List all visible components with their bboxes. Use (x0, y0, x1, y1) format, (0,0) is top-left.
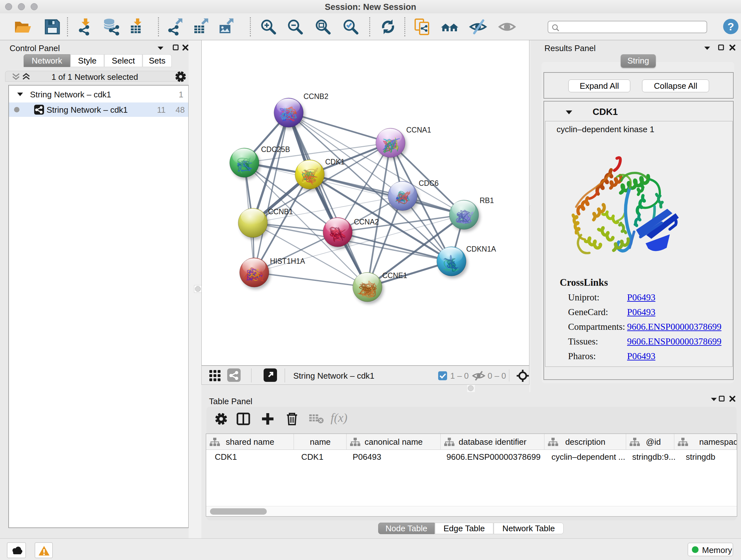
svg-text:CDC25B: CDC25B (261, 145, 290, 153)
svg-text:CCNB1: CCNB1 (268, 207, 293, 216)
svg-text:CCNA1: CCNA1 (406, 126, 431, 134)
svg-text:RB1: RB1 (480, 196, 494, 205)
svg-text:CCNB2: CCNB2 (304, 92, 328, 101)
svg-text:CDK1: CDK1 (325, 158, 345, 166)
svg-text:CCNE1: CCNE1 (382, 271, 407, 280)
svg-text:HIST1H1A: HIST1H1A (270, 257, 306, 265)
svg-text:CCNA2: CCNA2 (354, 218, 379, 226)
svg-text:CDC6: CDC6 (419, 179, 439, 187)
svg-text:CDKN1A: CDKN1A (466, 245, 496, 253)
